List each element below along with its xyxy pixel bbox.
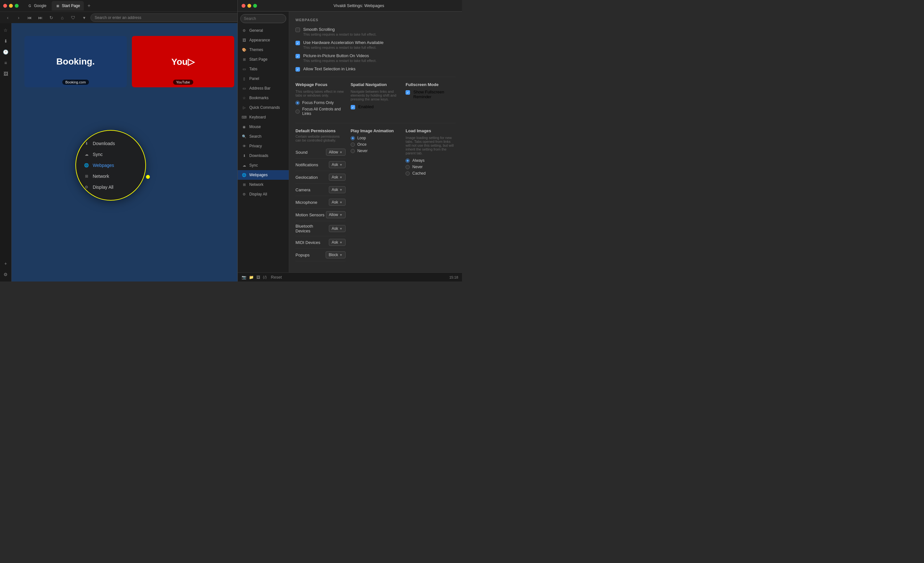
motion-select[interactable]: Allow ▼ [326,211,345,218]
settings-nav-themes[interactable]: 🎨 Themes [238,45,289,54]
tabs-nav-icon: ▭ [242,66,247,72]
sidebar-downloads-icon[interactable]: ⬇ [1,37,10,46]
settings-nav-startpage[interactable]: ⊞ Start Page [238,54,289,64]
minimize-button[interactable] [9,4,13,8]
settings-nav-network[interactable]: ⊞ Network [238,180,289,189]
settings-nav-addressbar[interactable]: ▭ Address Bar [238,83,289,93]
load-always-radio[interactable] [405,159,410,163]
code-icon[interactable]: ⟨/⟩ [263,275,267,279]
anim-loop-radio[interactable] [351,136,355,140]
skip-back-button[interactable]: ⏮ [25,13,34,22]
sound-select[interactable]: Allow ▼ [326,149,345,156]
camera-select[interactable]: Ask ▼ [329,186,345,193]
context-menu-network[interactable]: ⊞ Network [76,171,146,182]
context-menu-webpages[interactable]: 🌐 Webpages [76,160,146,171]
settings-nav-downloads[interactable]: ⬇ Downloads [238,151,289,161]
load-cached-radio[interactable] [405,171,410,176]
context-menu-display-all[interactable]: ⚙ Display All [76,182,146,192]
smooth-scrolling-checkbox[interactable] [296,28,300,32]
screenshot-icon[interactable]: 📷 [242,275,246,279]
sidebar-reader-icon[interactable]: 🖼 [1,69,10,78]
motion-arrow: ▼ [339,213,343,217]
settings-search-input[interactable] [244,17,283,21]
panel-nav-icon: ▯ [242,76,247,81]
tab-google[interactable]: G Google [24,1,50,11]
load-never-radio[interactable] [405,165,410,169]
geolocation-select[interactable]: Ask ▼ [329,174,345,181]
sidebar-notes-icon[interactable]: ≡ [1,59,10,68]
pip-option: ✓ Picture-in-Picture Button On Videos Th… [296,53,456,63]
sidebar-bookmarks-icon[interactable]: ☆ [1,26,10,35]
speed-dial-booking[interactable]: Booking. Booking.com [24,36,127,87]
settings-nav-general[interactable]: ⚙ General [238,26,289,35]
booking-label: Booking.com [62,80,89,85]
vivaldi-menu-icon[interactable]: ▾ [80,13,88,22]
load-always-option: Always [405,158,456,163]
settings-nav-mouse[interactable]: ◉ Mouse [238,122,289,132]
focus-all-radio[interactable] [296,110,300,114]
tab-startpage[interactable]: ⊞ Start Page [52,1,84,11]
anim-never-radio[interactable] [351,149,355,153]
settings-nav-tabs[interactable]: ▭ Tabs [238,64,289,74]
settings-nav-search[interactable]: 🔍 Search [238,132,289,141]
settings-max-btn[interactable] [253,4,257,8]
sound-label: Sound [296,150,326,155]
reset-button[interactable]: Reset [271,275,282,279]
settings-nav-panel[interactable]: ▯ Panel [238,74,289,83]
sound-value: Allow [329,150,338,155]
settings-nav-bookmarks-label: Bookmarks [249,96,268,100]
anim-never-option: Never [351,149,401,153]
sidebar-settings-icon[interactable]: ⚙ [1,270,10,279]
microphone-select[interactable]: Ask ▼ [329,199,345,206]
skip-forward-button[interactable]: ⏭ [36,13,45,22]
load-images-col: Load Images Image loading setting for ne… [405,128,456,261]
geolocation-arrow: ▼ [339,176,343,179]
settings-close-btn[interactable] [242,4,245,8]
context-menu-sync[interactable]: ☁ Sync [76,149,146,160]
spatial-enabled-checkbox[interactable]: ✓ [351,105,355,110]
speed-dial-youtube[interactable]: You▷ YouTube [132,36,234,87]
maximize-button[interactable] [15,4,19,8]
folder-icon[interactable]: 📁 [249,275,254,279]
midi-select[interactable]: Ask ▼ [329,239,345,246]
new-tab-button[interactable]: + [85,2,93,10]
midi-value: Ask [332,240,338,245]
camera-value: Ask [332,188,338,192]
sidebar-add-icon[interactable]: + [1,259,10,268]
settings-nav-bookmarks[interactable]: ☆ Bookmarks [238,93,289,103]
text-selection-label: Allow Text Selection in Links [303,66,356,71]
settings-search-container[interactable] [240,14,286,23]
pip-checkbox[interactable]: ✓ [296,54,300,59]
popups-select[interactable]: Block ▼ [326,251,345,258]
settings-nav-sync[interactable]: ☁ Sync [238,161,289,170]
settings-min-btn[interactable] [248,4,251,8]
address-placeholder: Search or enter an address [94,15,141,20]
webpages-icon: 🌐 [84,162,90,168]
anim-once-option: Once [351,142,401,147]
settings-nav-displayall-label: Display All [249,192,267,197]
hardware-accel-checkbox[interactable]: ✓ [296,41,300,45]
notifications-select[interactable]: Ask ▼ [329,161,345,168]
focus-forms-radio[interactable] [296,101,300,105]
settings-nav-quickcommands[interactable]: ▷ Quick Commands [238,103,289,113]
anim-once-radio[interactable] [351,143,355,147]
search-nav-icon: 🔍 [242,134,247,139]
settings-nav-appearance[interactable]: 🖼 Appearance [238,35,289,45]
sidebar-history-icon[interactable]: 🕐 [1,48,10,57]
settings-nav-keyboard[interactable]: ⌨ Keyboard [238,113,289,122]
settings-nav-privacy[interactable]: 👁 Privacy [238,141,289,151]
back-button[interactable]: ‹ [3,13,12,22]
close-button[interactable] [3,4,7,8]
forward-button[interactable]: › [14,13,23,22]
settings-nav-webpages[interactable]: 🌐 Webpages [238,170,289,180]
settings-nav-displayall[interactable]: ⚙ Display All [238,189,289,199]
fullscreen-reminder-checkbox[interactable]: ✓ [405,90,410,95]
reload-button[interactable]: ↻ [47,13,56,22]
notifications-arrow: ▼ [339,163,343,167]
text-selection-checkbox[interactable]: ✓ [296,67,300,72]
image-icon[interactable]: 🖼 [256,275,260,279]
bluetooth-select[interactable]: Ask ▼ [329,225,345,232]
context-menu-downloads[interactable]: ⬇ Downloads [76,138,146,149]
youtube-text: You▷ [171,57,195,67]
home-button[interactable]: ⌂ [58,13,67,22]
